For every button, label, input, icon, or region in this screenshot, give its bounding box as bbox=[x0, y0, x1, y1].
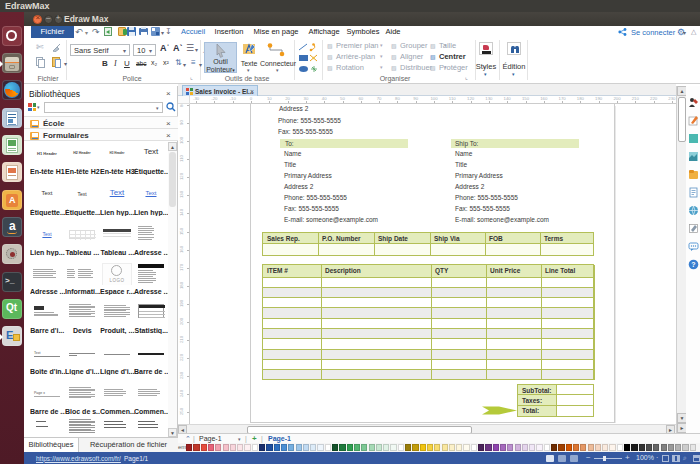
svg-text:?: ? bbox=[691, 261, 695, 268]
